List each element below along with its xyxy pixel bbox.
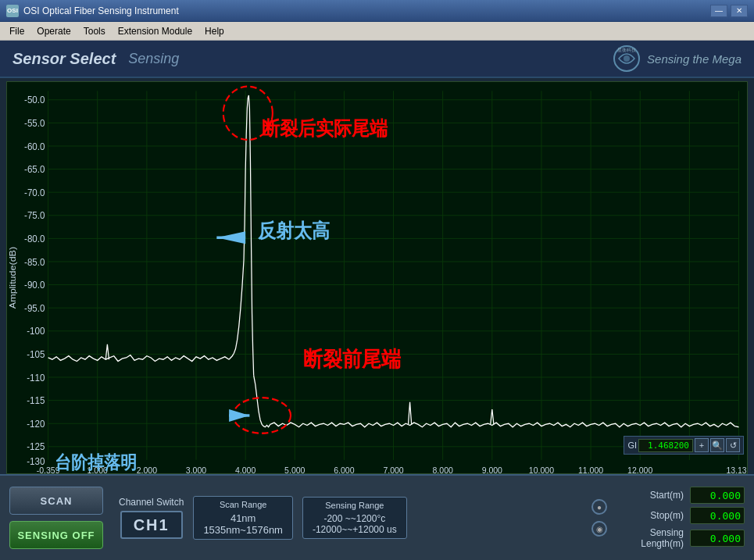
titlebar-title: OSI Optical Fiber Sensing Instrument bbox=[23, 5, 710, 16]
svg-text:11.000: 11.000 bbox=[578, 465, 603, 473]
header: Sensor Select Sensing 星衡科技 Sensing the M… bbox=[0, 41, 754, 78]
scan-range-wave: 1535nm~1576nm bbox=[203, 524, 283, 536]
gi-zoom-button[interactable]: 🔍 bbox=[710, 438, 724, 452]
svg-text:-55.0: -55.0 bbox=[24, 118, 45, 130]
channel-switch-label: Channel Switch bbox=[119, 497, 184, 508]
menu-tools[interactable]: Tools bbox=[77, 24, 112, 38]
channel-switch-value[interactable]: CH1 bbox=[120, 511, 183, 539]
main-area: Sensor Select Sensing 星衡科技 Sensing the M… bbox=[0, 41, 754, 560]
menu-file[interactable]: File bbox=[3, 24, 30, 38]
scan-range-title: Scan Range bbox=[220, 500, 267, 509]
bottom-panel: SCAN SENSING OFF Channel Switch CH1 Scan… bbox=[0, 474, 754, 560]
channel-switch-box: Channel Switch CH1 bbox=[119, 497, 184, 539]
params-col: Start(m) 0.000 Stop(m) 0.000 Sensing Len… bbox=[613, 487, 745, 549]
scan-range-box: Scan Range 41nm 1535nm~1576nm bbox=[193, 496, 293, 540]
logo-area: 星衡科技 Sensing the Mega bbox=[613, 45, 741, 73]
circle-icon-1: ● bbox=[591, 499, 607, 515]
sensing-range-time: -12000~~+12000 us bbox=[313, 524, 397, 535]
scan-range-nm: 41nm bbox=[230, 512, 256, 524]
svg-text:-105: -105 bbox=[27, 349, 45, 361]
svg-text:Amplitude(dB): Amplitude(dB) bbox=[7, 247, 17, 309]
sensing-label: Sensing bbox=[128, 51, 179, 67]
svg-text:-60.0: -60.0 bbox=[24, 141, 45, 152]
svg-text:-75.0: -75.0 bbox=[24, 210, 45, 222]
svg-text:断裂后实际尾端: 断裂后实际尾端 bbox=[262, 117, 388, 139]
menu-operate[interactable]: Operate bbox=[30, 24, 77, 38]
svg-text:-90.0: -90.0 bbox=[24, 280, 45, 291]
sensing-length-value[interactable]: 0.000 bbox=[690, 530, 745, 547]
start-row: Start(m) 0.000 bbox=[613, 487, 745, 504]
start-value[interactable]: 0.000 bbox=[690, 487, 745, 504]
svg-text:台阶掉落明: 台阶掉落明 bbox=[55, 453, 138, 473]
svg-point-1 bbox=[624, 55, 630, 62]
svg-text:7.000: 7.000 bbox=[383, 465, 403, 473]
gi-plus-button[interactable]: + bbox=[695, 438, 709, 452]
icons-col: ● ◉ bbox=[591, 499, 607, 537]
scan-buttons: SCAN SENSING OFF bbox=[9, 487, 103, 549]
titlebar: OSI OSI Optical Fiber Sensing Instrument… bbox=[0, 0, 754, 22]
chart-svg: -50.0 -55.0 -60.0 -65.0 -70.0 -75.0 -80.… bbox=[7, 82, 747, 473]
svg-text:星衡科技: 星衡科技 bbox=[617, 48, 636, 52]
svg-text:3.000: 3.000 bbox=[186, 465, 206, 473]
stop-row: Stop(m) 0.000 bbox=[613, 507, 745, 524]
logo-sensing: Sensing the Mega bbox=[647, 52, 741, 66]
sensing-range-title: Sensing Range bbox=[325, 501, 384, 510]
svg-text:13.137: 13.137 bbox=[726, 465, 747, 473]
stop-value[interactable]: 0.000 bbox=[690, 507, 745, 524]
sensing-range-temp: -200 ~~1200°c bbox=[323, 513, 385, 524]
titlebar-controls: — ✕ bbox=[710, 5, 748, 17]
sensing-range-box: Sensing Range -200 ~~1200°c -12000~~+120… bbox=[302, 497, 407, 539]
sensing-off-button[interactable]: SENSING OFF bbox=[9, 521, 103, 549]
svg-text:-125: -125 bbox=[27, 441, 45, 453]
svg-text:-120: -120 bbox=[27, 418, 45, 430]
close-button[interactable]: ✕ bbox=[731, 5, 748, 17]
right-panel: ● ◉ Start(m) 0.000 Stop(m) 0.000 Sensing… bbox=[591, 487, 745, 549]
stop-label: Stop(m) bbox=[613, 510, 684, 521]
circle-icon-2: ◉ bbox=[591, 521, 607, 537]
logo-icon: 星衡科技 bbox=[613, 45, 641, 73]
svg-text:断裂前尾端: 断裂前尾端 bbox=[303, 347, 401, 371]
svg-rect-3 bbox=[7, 82, 747, 473]
sensing-length-row: Sensing Length(m) 0.000 bbox=[613, 527, 745, 549]
svg-text:反射太高: 反射太高 bbox=[257, 219, 330, 241]
svg-text:6.000: 6.000 bbox=[334, 465, 354, 473]
svg-text:5.000: 5.000 bbox=[284, 465, 305, 473]
svg-text:-80.0: -80.0 bbox=[24, 234, 45, 245]
svg-text:9.000: 9.000 bbox=[482, 465, 502, 473]
svg-text:-50.0: -50.0 bbox=[24, 95, 45, 106]
menu-help[interactable]: Help bbox=[198, 24, 230, 38]
menubar: File Operate Tools Extension Module Help bbox=[0, 22, 754, 41]
gi-label: GI bbox=[627, 441, 637, 450]
chart-area: -50.0 -55.0 -60.0 -65.0 -70.0 -75.0 -80.… bbox=[6, 81, 748, 474]
svg-text:-95.0: -95.0 bbox=[24, 302, 45, 314]
svg-text:2.000: 2.000 bbox=[137, 465, 157, 473]
logo-text-block: Sensing the Mega bbox=[647, 52, 741, 66]
scan-button[interactable]: SCAN bbox=[9, 487, 103, 515]
gi-display: GI 1.468200 + 🔍 ↺ bbox=[624, 436, 744, 455]
svg-text:-110: -110 bbox=[27, 372, 45, 383]
menu-extension[interactable]: Extension Module bbox=[112, 24, 198, 38]
svg-text:-70.0: -70.0 bbox=[24, 187, 45, 198]
app-icon: OSI bbox=[6, 5, 19, 17]
svg-text:-115: -115 bbox=[27, 395, 45, 407]
svg-text:10.000: 10.000 bbox=[529, 465, 554, 473]
svg-text:-100: -100 bbox=[27, 326, 45, 337]
svg-text:12.000: 12.000 bbox=[627, 465, 652, 473]
sensing-length-label: Sensing Length(m) bbox=[613, 527, 684, 549]
gi-value: 1.468200 bbox=[638, 439, 693, 452]
svg-text:4.000: 4.000 bbox=[235, 465, 256, 473]
minimize-button[interactable]: — bbox=[710, 5, 727, 17]
start-label: Start(m) bbox=[613, 490, 684, 501]
svg-text:-65.0: -65.0 bbox=[24, 164, 45, 176]
sensor-select-label: Sensor Select bbox=[13, 50, 116, 68]
gi-reset-button[interactable]: ↺ bbox=[726, 438, 740, 452]
svg-text:8.000: 8.000 bbox=[433, 465, 453, 473]
svg-text:-85.0: -85.0 bbox=[24, 256, 45, 268]
